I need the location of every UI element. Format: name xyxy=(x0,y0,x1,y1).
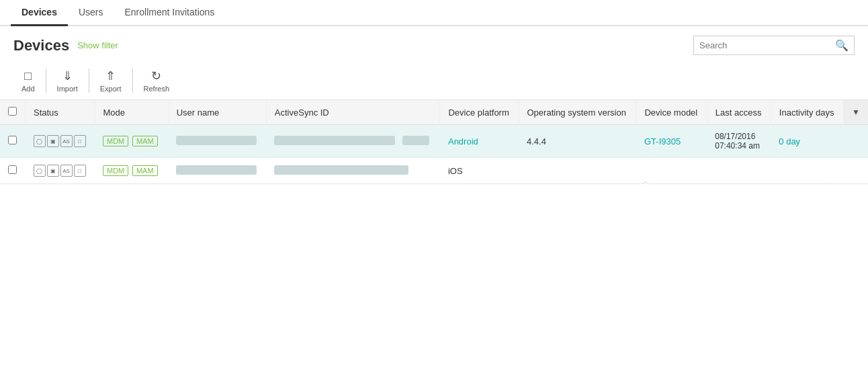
row1-status-icons: ◯ ▣ AS □ xyxy=(34,135,87,147)
row1-os: 4.4.4 xyxy=(519,125,636,158)
sep-2 xyxy=(89,69,89,93)
table-container: Status Mode User name ActiveSync ID Devi… xyxy=(0,100,868,184)
refresh-label: Refresh xyxy=(144,85,170,93)
tab-users[interactable]: Users xyxy=(68,0,114,26)
row1-expand xyxy=(844,125,868,158)
row2-checkbox[interactable] xyxy=(8,165,17,174)
import-icon: ⇓ xyxy=(62,69,73,83)
import-label: Import xyxy=(57,85,78,93)
row2-os xyxy=(519,158,636,184)
row2-badge-mdm: MDM xyxy=(103,165,128,176)
row2-expand xyxy=(844,158,868,184)
row1-activesync xyxy=(266,125,440,158)
row1-mode: MDM MAM xyxy=(95,125,168,158)
row2-username xyxy=(168,158,266,184)
row2-last-access xyxy=(707,158,771,184)
row1-username xyxy=(168,125,266,158)
row2-badge-mam: MAM xyxy=(132,165,158,176)
status-icon-1: ◯ xyxy=(34,135,46,147)
page-header-left: Devices Show filter xyxy=(13,37,118,54)
table-row[interactable]: ◯ ▣ AS □ MDM MAM iOS xyxy=(0,158,868,184)
status-icon-2: ▣ xyxy=(47,135,59,147)
sep-3 xyxy=(132,69,133,93)
row2-status-icon-1: ◯ xyxy=(34,165,46,177)
row1-inactivity: 0 day xyxy=(771,125,843,158)
row2-mode: MDM MAM xyxy=(95,158,168,184)
status-icon-as: AS xyxy=(60,135,73,147)
tab-devices[interactable]: Devices xyxy=(11,0,68,26)
row2-status: ◯ ▣ AS □ xyxy=(26,158,95,184)
toolbar: □ Add ⇓ Import ⇑ Export ↻ Refresh xyxy=(0,62,868,100)
row1-activesync-blurred xyxy=(274,136,395,145)
row1-username-blurred xyxy=(176,136,257,145)
refresh-icon: ↻ xyxy=(151,69,161,83)
row2-platform: iOS xyxy=(440,158,519,184)
row2-checkbox-cell[interactable] xyxy=(0,158,26,184)
col-device-model: Device model xyxy=(636,100,707,125)
col-inactivity: Inactivity days xyxy=(771,100,843,125)
export-button[interactable]: ⇑ Export xyxy=(92,66,130,95)
col-last-access: Last access xyxy=(707,100,771,125)
col-mode: Mode xyxy=(95,100,168,125)
row2-status-icon-3: □ xyxy=(74,165,86,177)
export-icon: ⇑ xyxy=(105,69,116,83)
export-label: Export xyxy=(100,85,122,93)
row1-checkbox-cell[interactable] xyxy=(0,125,26,158)
badge-mdm: MDM xyxy=(103,136,128,146)
row1-model: GT-I9305 xyxy=(636,125,707,158)
row2-activesync xyxy=(266,158,440,184)
badge-mam: MAM xyxy=(132,136,158,146)
add-icon: □ xyxy=(24,69,32,83)
devices-table: Status Mode User name ActiveSync ID Devi… xyxy=(0,100,868,184)
popup-caret xyxy=(639,181,652,184)
row2-status-icon-as: AS xyxy=(60,165,73,177)
col-username: User name xyxy=(168,100,266,125)
col-os-version: Operating system version xyxy=(519,100,636,125)
col-activesync: ActiveSync ID xyxy=(266,100,440,125)
android-link[interactable]: Android xyxy=(448,136,478,146)
top-nav: Devices Users Enrollment Invitations xyxy=(0,0,868,26)
tab-enrollment-invitations[interactable]: Enrollment Invitations xyxy=(114,0,226,26)
gt-link[interactable]: GT-I9305 xyxy=(644,136,681,146)
row1-activesync-blurred2 xyxy=(402,136,429,145)
row1-last-access: 08/17/201607:40:34 am xyxy=(707,125,771,158)
search-icon: 🔍 xyxy=(835,39,849,52)
row2-username-blurred xyxy=(176,165,257,175)
col-status: Status xyxy=(26,100,95,125)
row2-inactivity xyxy=(771,158,843,184)
table-row[interactable]: ◯ ▣ AS □ MDM MAM xyxy=(0,125,868,158)
import-button[interactable]: ⇓ Import xyxy=(49,66,86,95)
expand-cols-button[interactable]: ▼ xyxy=(844,100,868,125)
row1-checkbox[interactable] xyxy=(8,136,17,144)
row1-platform: Android xyxy=(440,125,519,158)
status-icon-3: □ xyxy=(74,135,86,147)
col-select-all[interactable] xyxy=(0,100,26,125)
search-input[interactable] xyxy=(699,40,835,50)
page-title: Devices xyxy=(13,37,69,54)
col-device-platform: Device platform xyxy=(440,100,519,125)
search-box[interactable]: 🔍 xyxy=(693,36,855,55)
row1-status: ◯ ▣ AS □ xyxy=(26,125,95,158)
row2-status-icons: ◯ ▣ AS □ xyxy=(34,165,87,177)
sep-1 xyxy=(46,69,46,93)
page-header: Devices Show filter 🔍 xyxy=(0,26,868,62)
select-all-checkbox[interactable] xyxy=(8,107,17,116)
add-label: Add xyxy=(21,85,35,93)
show-filter-link[interactable]: Show filter xyxy=(77,40,118,50)
refresh-button[interactable]: ↻ Refresh xyxy=(136,66,178,95)
row2-activesync-blurred xyxy=(274,165,408,175)
add-button[interactable]: □ Add xyxy=(13,67,43,95)
row2-model xyxy=(636,158,707,184)
row2-status-icon-2: ▣ xyxy=(47,165,59,177)
